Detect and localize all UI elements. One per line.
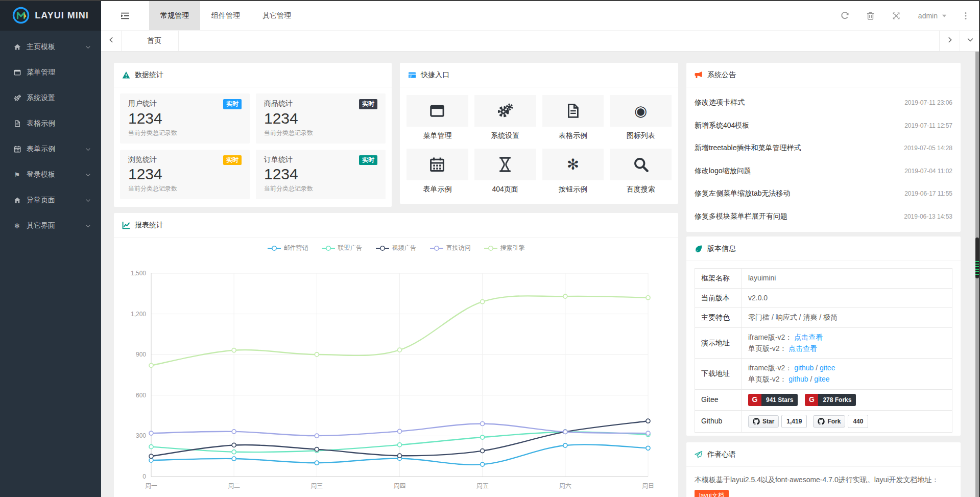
sidebar-item-login-template[interactable]: ⚑登录模板 [0,162,101,187]
quick-entry-label: 表格示例 [542,131,604,140]
status-badge: 实时 [223,99,242,109]
github-count[interactable]: 1,419 [781,415,807,429]
version-row-label: 框架名称 [695,269,742,289]
sidebar-item-home-template[interactable]: 主页模板 [0,34,101,60]
tab-home[interactable]: 首页 [122,31,179,51]
sidebar-menu: 主页模板菜单管理系统设置表格示例表单示例⚑登录模板异常页面✻其它界面 [0,31,101,239]
sidebar-item-table-example[interactable]: 表格示例 [0,111,101,136]
notice-item[interactable]: 修复多模块菜单栏展开有问题2019-06-13 14:53 [695,205,952,228]
legend-label: 直接访问 [446,244,471,252]
panel-title: 系统公告 [707,70,736,80]
header-nav: 常规管理组件管理其它管理 [149,1,302,30]
notice-text: 新增treetable插件和菜单管理样式 [695,144,801,153]
chevron-down-icon [85,223,91,229]
nav-tab-regular-management[interactable]: 常规管理 [149,1,200,30]
gitee-badge[interactable]: G278 Forks [805,394,856,406]
nav-tab-other-management[interactable]: 其它管理 [251,1,302,30]
github-count[interactable]: 440 [848,415,868,429]
stat-value: 1234 [128,165,242,183]
stats-grid: 用户统计实时1234当前分类总记录数商品统计实时1234当前分类总记录数浏览统计… [114,87,392,205]
panel-report-statistics: 报表统计 邮件营销联盟广告视频广告直接访问搜索引擎 03006009001,20… [114,213,678,497]
github-fork-button[interactable]: Fork [813,415,845,428]
version-row: 主要特色零门槛 / 响应式 / 清爽 / 极简 [695,308,952,328]
quick-entry-system-settings[interactable]: 系统设置 [474,95,536,140]
header-actions: admin [832,1,980,30]
trash-icon[interactable] [858,11,883,20]
quick-entry-menu-management[interactable]: 菜单管理 [407,95,468,140]
sidebar-item-other-ui[interactable]: ✻其它界面 [0,213,101,239]
window-icon [407,95,468,127]
sidebar-item-menu-management[interactable]: 菜单管理 [0,60,101,85]
link-点击查看[interactable]: 点击查看 [788,344,817,352]
user-menu[interactable]: admin [909,12,957,20]
tab-scroll-right-button[interactable] [939,31,960,51]
quick-entry-form-example[interactable]: 表单示例 [407,149,468,194]
app-logo: LAYUI MINI [0,0,101,31]
stat-card: 商品统计实时1234当前分类总记录数 [256,93,386,144]
sidebar-item-label: 异常页面 [27,196,85,205]
svg-text:0: 0 [142,473,146,480]
scrollbar-thumb[interactable] [975,238,979,278]
nav-tab-component-management[interactable]: 组件管理 [200,1,251,30]
tab-bar: 首页 [101,31,980,52]
quick-entry-table-example[interactable]: 表格示例 [542,95,604,140]
link-gitee[interactable]: gitee [820,364,835,372]
sidebar-item-error-pages[interactable]: 异常页面 [0,187,101,213]
version-row-label: 下载地址 [695,359,742,389]
legend-item-邮件营销[interactable]: 邮件营销 [268,244,308,252]
layui-doc-badge[interactable]: layui文档 [695,490,729,497]
panel-data-statistics-header: 数据统计 [114,63,392,87]
notice-item[interactable]: 新增系统404模板2019-07-11 12:57 [695,114,952,137]
link-点击查看[interactable]: 点击查看 [794,333,823,341]
notice-date: 2019-07-05 14:28 [904,145,952,152]
version-row-label: 演示地址 [695,328,742,359]
quick-entry-label: 按钮示例 [542,185,604,194]
calendar-icon [407,149,468,180]
notice-date: 2019-06-13 14:53 [904,213,952,220]
gitee-badge[interactable]: G941 Stars [748,394,798,406]
more-vertical-icon[interactable] [957,12,975,20]
version-row-label: 主要特色 [695,308,742,328]
svg-text:600: 600 [136,392,146,399]
link-github[interactable]: github [794,364,814,372]
legend-item-直接访问[interactable]: 直接访问 [430,244,471,252]
stat-desc: 当前分类总记录数 [128,129,242,137]
quick-entry-button-example[interactable]: ✻按钮示例 [542,149,604,194]
version-row-label: Github [695,410,742,433]
card-list-icon [408,71,416,79]
version-row-value: G941 StarsG278 Forks [742,389,952,410]
tab-operations-button[interactable] [960,31,980,51]
quick-entry-icon-list[interactable]: ◉图标列表 [610,95,672,140]
legend-marker-icon [268,245,281,251]
quick-entry-label: 菜单管理 [407,131,468,140]
quick-entry-baidu-search[interactable]: 百度搜索 [610,149,672,194]
notice-item[interactable]: 修复左侧菜单缩放tab无法移动2019-06-17 11:55 [695,182,952,205]
panel-system-notice-header: 系统公告 [686,63,961,87]
notice-item[interactable]: 修改logo缩放问题2019-07-04 11:02 [695,160,952,183]
refresh-icon[interactable] [832,11,858,20]
notice-item[interactable]: 新增treetable插件和菜单管理样式2019-07-05 14:28 [695,137,952,160]
menu-fold-button[interactable] [101,1,149,30]
report-chart: 03006009001,2001,500周一周二周三周四周五周六周日 [114,261,678,495]
svg-text:周四: 周四 [394,482,406,489]
notice-item[interactable]: 修改选项卡样式2019-07-11 23:06 [695,91,952,114]
hourglass-icon [474,149,536,180]
legend-item-视频广告[interactable]: 视频广告 [376,244,417,252]
sidebar-item-form-example[interactable]: 表单示例 [0,136,101,162]
legend-item-搜索引擎[interactable]: 搜索引擎 [484,244,525,252]
legend-item-联盟广告[interactable]: 联盟广告 [322,244,363,252]
notice-date: 2019-07-04 11:02 [904,168,952,175]
sidebar-item-label: 表单示例 [27,145,85,154]
stat-value: 1234 [264,165,377,183]
quick-entry-page-404[interactable]: 404页面 [474,149,536,194]
asterisk-icon: ✻ [542,149,604,180]
notice-list: 修改选项卡样式2019-07-11 23:06新增系统404模板2019-07-… [686,87,961,232]
tab-scroll-left-button[interactable] [101,31,122,51]
fullscreen-icon[interactable] [883,12,909,20]
legend-label: 视频广告 [392,244,417,252]
github-star-button[interactable]: Star [748,415,779,428]
link-github[interactable]: github [788,375,808,383]
scrollbar-track[interactable] [975,52,979,497]
sidebar-item-system-settings[interactable]: 系统设置 [0,85,101,111]
link-gitee[interactable]: gitee [814,375,829,383]
